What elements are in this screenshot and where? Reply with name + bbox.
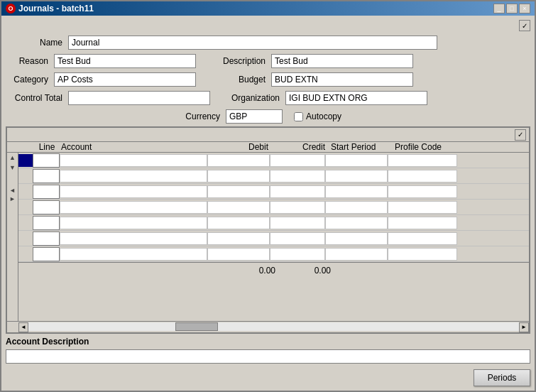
budget-input[interactable] bbox=[271, 72, 413, 87]
row5-profilecode[interactable] bbox=[388, 217, 457, 229]
table-row bbox=[18, 168, 529, 184]
row2-credit[interactable] bbox=[270, 170, 325, 183]
category-input[interactable] bbox=[54, 72, 196, 87]
row1-line[interactable] bbox=[33, 153, 60, 168]
total-debit: 0.00 bbox=[219, 266, 281, 276]
name-row: Name bbox=[6, 36, 530, 50]
row4-line[interactable] bbox=[33, 200, 60, 214]
title-bar-left: O Journals - batch11 bbox=[6, 4, 94, 13]
row7-startperiod[interactable] bbox=[325, 248, 388, 261]
row3-startperiod[interactable] bbox=[325, 185, 388, 198]
row2-line[interactable] bbox=[33, 169, 60, 183]
organization-input[interactable] bbox=[285, 91, 427, 105]
row7-credit[interactable] bbox=[270, 248, 325, 261]
row3-account[interactable] bbox=[60, 185, 207, 198]
name-label: Name bbox=[6, 38, 62, 48]
row4-startperiod[interactable] bbox=[325, 201, 388, 214]
category-label: Category bbox=[6, 75, 48, 85]
autocopy-checkbox[interactable] bbox=[294, 112, 303, 121]
col-header-line: Line bbox=[33, 142, 61, 152]
scroll-left-btn[interactable]: ◄ bbox=[18, 322, 28, 332]
reason-label: Reason bbox=[6, 56, 48, 66]
col-header-credit: Credit bbox=[274, 142, 331, 152]
description-input[interactable] bbox=[271, 54, 413, 68]
maximize-button[interactable]: □ bbox=[506, 4, 518, 13]
row6-profilecode[interactable] bbox=[388, 232, 457, 245]
table-section: ✓ Line Account Debit Credit S bbox=[6, 126, 530, 334]
row1-account[interactable] bbox=[60, 154, 207, 167]
table-row bbox=[18, 231, 529, 246]
totals-row: 0.00 0.00 bbox=[18, 262, 529, 278]
main-content: ✓ Name Reason Description Category Budge… bbox=[1, 16, 535, 391]
scrollbar-track: ◄ ► bbox=[18, 322, 529, 332]
row1-debit[interactable] bbox=[207, 154, 270, 167]
periods-button[interactable]: Periods bbox=[474, 369, 530, 386]
toolbar-row: ✓ bbox=[6, 20, 530, 33]
row5-account[interactable] bbox=[60, 217, 207, 229]
row5-credit[interactable] bbox=[270, 217, 325, 229]
row4-credit[interactable] bbox=[270, 201, 325, 214]
row7-line[interactable] bbox=[33, 247, 60, 261]
row5-startperiod[interactable] bbox=[325, 217, 388, 229]
scroll-thumb[interactable] bbox=[175, 322, 218, 331]
table-toolbar-check[interactable]: ✓ bbox=[515, 129, 526, 141]
row2-debit[interactable] bbox=[207, 170, 270, 183]
total-credit: 0.00 bbox=[281, 266, 337, 276]
row-selector bbox=[18, 232, 33, 245]
row6-startperiod[interactable] bbox=[325, 232, 388, 245]
arrow-left[interactable]: ◄ bbox=[8, 187, 17, 194]
col-header-account: Account bbox=[61, 142, 210, 152]
name-input[interactable] bbox=[68, 36, 437, 50]
row6-line[interactable] bbox=[33, 232, 60, 246]
reason-input[interactable] bbox=[54, 54, 196, 68]
row6-debit[interactable] bbox=[207, 232, 270, 245]
form-section: Name Reason Description Category Budget … bbox=[6, 36, 530, 124]
row6-account[interactable] bbox=[60, 232, 207, 245]
row5-line[interactable] bbox=[33, 216, 60, 230]
row4-account[interactable] bbox=[60, 201, 207, 214]
row7-account[interactable] bbox=[60, 248, 207, 261]
currency-input[interactable] bbox=[226, 109, 283, 124]
row4-debit[interactable] bbox=[207, 201, 270, 214]
toolbar-check-icon[interactable]: ✓ bbox=[519, 20, 530, 31]
arrow-right[interactable]: ► bbox=[8, 195, 17, 202]
table-row bbox=[18, 153, 529, 168]
account-description-input[interactable] bbox=[6, 349, 530, 364]
table-body-container: ▲ ▼ ◄ ► bbox=[7, 153, 529, 321]
row7-profilecode[interactable] bbox=[388, 248, 457, 261]
row6-credit[interactable] bbox=[270, 232, 325, 245]
scroll-right-btn[interactable]: ► bbox=[519, 322, 529, 332]
controltotal-input[interactable] bbox=[68, 91, 210, 105]
table-row bbox=[18, 215, 529, 231]
category-budget-row: Category Budget bbox=[6, 72, 530, 87]
autocopy-area: Autocopy bbox=[294, 111, 341, 121]
minimize-button[interactable]: _ bbox=[493, 4, 505, 13]
account-description-label: Account Description bbox=[6, 337, 530, 347]
arrow-up[interactable]: ▲ bbox=[8, 154, 17, 161]
window-title: Journals - batch11 bbox=[18, 4, 94, 13]
row1-profilecode[interactable] bbox=[388, 154, 457, 167]
close-button[interactable]: × bbox=[519, 4, 530, 13]
row2-startperiod[interactable] bbox=[325, 170, 388, 183]
app-icon: O bbox=[6, 4, 16, 13]
organization-label: Organization bbox=[216, 93, 280, 103]
left-side-arrows: ▲ ▼ ◄ ► bbox=[7, 153, 18, 321]
table-row bbox=[18, 246, 529, 262]
row5-debit[interactable] bbox=[207, 217, 270, 229]
bottom-section: Account Description Periods bbox=[6, 337, 530, 386]
arrow-down[interactable]: ▼ bbox=[8, 164, 17, 171]
row3-debit[interactable] bbox=[207, 185, 270, 198]
row3-line[interactable] bbox=[33, 185, 60, 199]
scroll-track[interactable] bbox=[28, 322, 519, 331]
row2-account[interactable] bbox=[60, 170, 207, 183]
row3-credit[interactable] bbox=[270, 185, 325, 198]
currency-row: Currency Autocopy bbox=[6, 109, 530, 124]
row7-debit[interactable] bbox=[207, 248, 270, 261]
row1-credit[interactable] bbox=[270, 154, 325, 167]
col-header-debit: Debit bbox=[210, 142, 274, 152]
row3-profilecode[interactable] bbox=[388, 185, 457, 198]
row1-startperiod[interactable] bbox=[325, 154, 388, 167]
row4-profilecode[interactable] bbox=[388, 201, 457, 214]
row2-profilecode[interactable] bbox=[388, 170, 457, 183]
description-label: Description bbox=[202, 56, 266, 66]
